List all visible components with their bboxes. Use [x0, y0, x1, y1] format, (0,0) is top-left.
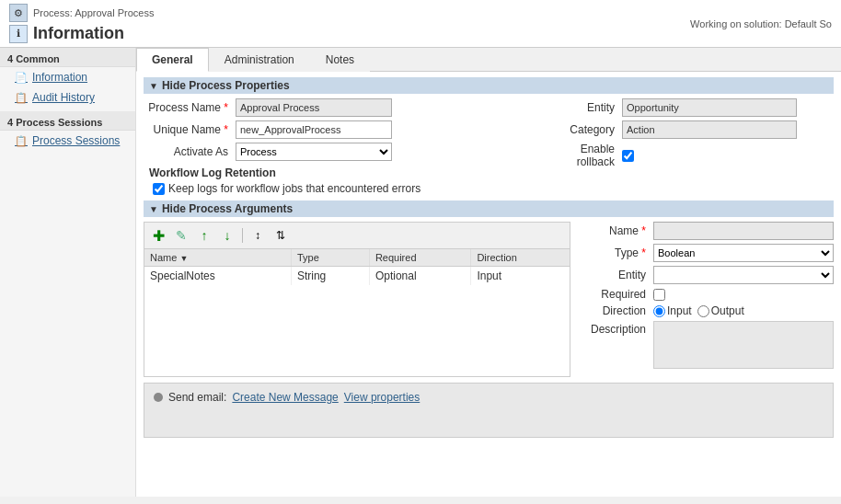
activate-as-group: Activate As Process — [144, 143, 543, 161]
unique-name-label: Unique Name * — [144, 123, 236, 136]
table-header-row: Name ▼ Type Required — [144, 249, 570, 267]
process-properties-header[interactable]: ▼ Hide Process Properties — [144, 77, 834, 94]
content-area: General Administration Notes ▼ Hide Proc… — [136, 48, 841, 497]
arg-description-group: Description — [580, 321, 834, 369]
toolbar-sort-desc-btn[interactable]: ⇅ — [271, 225, 291, 246]
row-required: Optional — [369, 267, 471, 286]
direction-output-radio[interactable] — [697, 305, 709, 317]
process-properties-section: ▼ Hide Process Properties Process Name * — [144, 77, 834, 195]
category-input — [622, 120, 797, 139]
step-area: Send email: Create New Message View prop… — [144, 383, 834, 438]
unique-name-required: * — [224, 123, 228, 136]
arguments-left-col: ✚ ✎ ↑ ↓ ↕ ⇅ — [144, 222, 570, 377]
argument-detail-panel: Name * Type * Boolea — [576, 222, 834, 377]
arg-type-label: Type * — [580, 246, 653, 259]
enable-rollback-group: Enable rollback — [548, 143, 834, 168]
row-name: SpecialNotes — [144, 267, 291, 286]
info-icon: ℹ — [9, 25, 28, 43]
unique-name-group: Unique Name * — [144, 120, 543, 139]
step-suffix[interactable]: View properties — [344, 391, 420, 404]
direction-input-label[interactable]: Input — [653, 304, 692, 317]
arg-name-required: * — [641, 224, 646, 237]
step-row: Send email: Create New Message View prop… — [154, 391, 824, 404]
arg-entity-select[interactable] — [653, 266, 834, 284]
sidebar-section-header-common: 4 Common — [0, 48, 135, 67]
sidebar: 4 Common 📄 Information 📋 Audit History 4… — [0, 48, 136, 497]
arg-type-required: * — [641, 246, 646, 259]
tab-general[interactable]: General — [136, 48, 209, 72]
enable-rollback-label: Enable rollback — [548, 143, 622, 168]
toolbar-sort-asc-btn[interactable]: ↕ — [248, 225, 268, 246]
workflow-log-checkbox-label: Keep logs for workflow jobs that encount… — [168, 182, 420, 195]
activate-as-select[interactable]: Process — [236, 143, 392, 161]
page-heading: Information — [33, 24, 124, 43]
process-name-required: * — [224, 101, 228, 114]
form-content: ▼ Hide Process Properties Process Name * — [136, 72, 841, 447]
arg-direction-group: Direction Input Output — [580, 304, 834, 317]
direction-input-radio[interactable] — [653, 305, 665, 317]
arg-name-group: Name * — [580, 222, 834, 240]
sidebar-item-audit-history[interactable]: 📋 Audit History — [0, 87, 135, 108]
tab-notes[interactable]: Notes — [310, 48, 370, 72]
col-header-type: Type — [291, 249, 369, 267]
arg-direction-label: Direction — [580, 304, 653, 317]
arg-type-group: Type * Boolean — [580, 244, 834, 262]
arg-type-select[interactable]: Boolean — [653, 244, 834, 262]
col-header-name: Name ▼ — [144, 249, 291, 267]
arguments-table-wrapper: Name ▼ Type Required — [144, 248, 570, 377]
toolbar-edit-btn[interactable]: ✎ — [171, 225, 191, 246]
arg-description-textarea[interactable] — [653, 321, 834, 369]
sidebar-item-information[interactable]: 📄 Information — [0, 67, 135, 87]
step-prefix: Send email: — [168, 391, 226, 404]
process-sessions-icon: 📋 — [15, 135, 28, 147]
workflow-log-header: Workflow Log Retention — [149, 166, 543, 179]
properties-right-col: Entity Category — [548, 98, 834, 195]
properties-two-col: Process Name * Unique Name * — [144, 98, 834, 195]
process-icon: ⚙ — [9, 4, 28, 22]
tab-administration[interactable]: Administration — [209, 48, 310, 72]
workflow-log-checkbox-group: Keep logs for workflow jobs that encount… — [153, 182, 543, 195]
arg-required-group: Required — [580, 288, 834, 301]
row-type: String — [291, 267, 369, 286]
working-on-label: Working on solution: Default So — [690, 18, 832, 29]
entity-label: Entity — [548, 101, 622, 114]
arguments-table: Name ▼ Type Required — [144, 249, 570, 285]
arguments-two-col: ✚ ✎ ↑ ↓ ↕ ⇅ — [144, 222, 834, 377]
arg-description-label: Description — [580, 321, 653, 336]
top-bar: ⚙ Process: Approval Process ℹ Informatio… — [0, 0, 841, 48]
arg-required-checkbox[interactable] — [653, 289, 665, 301]
process-name-label: Process Name * — [144, 101, 236, 114]
entity-group: Entity — [548, 98, 834, 117]
process-name-input[interactable] — [236, 98, 392, 117]
direction-output-label[interactable]: Output — [697, 304, 744, 317]
sidebar-section-common: 4 Common 📄 Information 📋 Audit History — [0, 48, 135, 108]
toolbar-up-btn[interactable]: ↑ — [194, 225, 214, 246]
arg-name-label: Name * — [580, 224, 653, 237]
sidebar-item-process-sessions[interactable]: 📋 Process Sessions — [0, 131, 135, 151]
arg-required-label: Required — [580, 288, 653, 301]
workflow-log-checkbox[interactable] — [153, 183, 165, 195]
arg-entity-label: Entity — [580, 269, 653, 281]
arg-entity-group: Entity — [580, 266, 834, 284]
properties-left-col: Process Name * Unique Name * — [144, 98, 543, 195]
toolbar-add-btn[interactable]: ✚ — [148, 225, 168, 246]
sidebar-section-process-sessions: 4 Process Sessions 📋 Process Sessions — [0, 111, 135, 151]
sidebar-section-header-process-sessions: 4 Process Sessions — [0, 111, 135, 131]
main-layout: 4 Common 📄 Information 📋 Audit History 4… — [0, 48, 841, 497]
col-header-direction: Direction — [471, 249, 570, 267]
enable-rollback-checkbox[interactable] — [622, 150, 634, 162]
collapse-arrow-properties: ▼ — [149, 81, 158, 91]
collapse-arrow-arguments: ▼ — [149, 204, 158, 214]
category-group: Category — [548, 120, 834, 139]
table-row[interactable]: SpecialNotes String Optional Input — [144, 267, 570, 286]
information-icon: 📄 — [15, 72, 28, 84]
step-link[interactable]: Create New Message — [232, 391, 338, 404]
unique-name-input[interactable] — [236, 120, 392, 139]
activate-as-label: Activate As — [144, 145, 236, 158]
process-label: Process: Approval Process — [33, 7, 154, 18]
process-arguments-header[interactable]: ▼ Hide Process Arguments — [144, 200, 834, 217]
entity-input — [622, 98, 797, 117]
category-label: Category — [548, 123, 622, 136]
arg-name-input[interactable] — [653, 222, 834, 240]
toolbar-down-btn[interactable]: ↓ — [217, 225, 237, 246]
